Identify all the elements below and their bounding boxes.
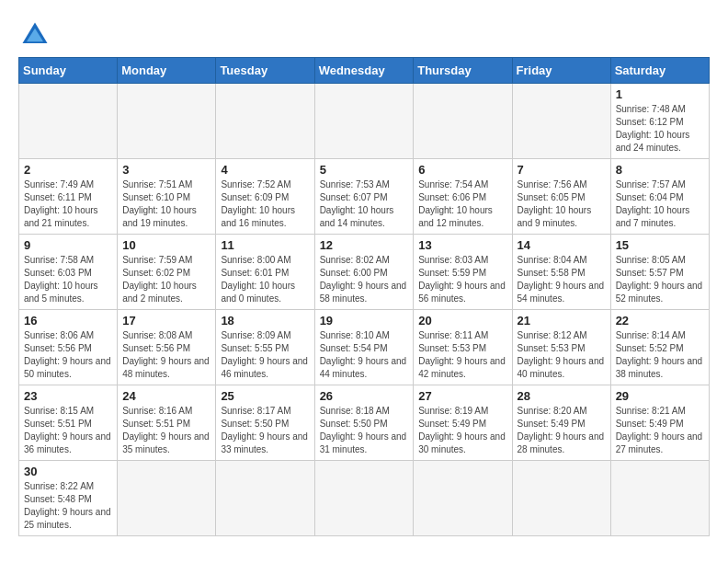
- day-number: 11: [221, 238, 309, 252]
- day-info: Sunrise: 8:02 AMSunset: 6:00 PMDaylight:…: [320, 254, 409, 305]
- day-number: 22: [616, 314, 704, 327]
- weekday-header-thursday: Thursday: [414, 58, 512, 84]
- logo-icon: [18, 18, 51, 52]
- day-number: 20: [418, 314, 506, 327]
- day-number: 8: [616, 163, 704, 177]
- day-number: 15: [616, 238, 704, 252]
- day-number: 12: [320, 238, 409, 252]
- calendar-cell: 25Sunrise: 8:17 AMSunset: 5:50 PMDayligh…: [216, 385, 314, 461]
- day-number: 14: [518, 238, 606, 252]
- day-info: Sunrise: 7:51 AMSunset: 6:10 PMDaylight:…: [122, 178, 210, 230]
- calendar-cell: [314, 461, 414, 536]
- day-number: 25: [221, 389, 309, 403]
- week-row-5: 23Sunrise: 8:15 AMSunset: 5:51 PMDayligh…: [19, 385, 710, 461]
- calendar-cell: 14Sunrise: 8:04 AMSunset: 5:58 PMDayligh…: [512, 235, 610, 310]
- day-info: Sunrise: 8:08 AMSunset: 5:56 PMDaylight:…: [122, 329, 210, 381]
- calendar-cell: [216, 84, 314, 159]
- calendar-cell: 7Sunrise: 7:56 AMSunset: 6:05 PMDaylight…: [512, 159, 610, 235]
- calendar-cell: 13Sunrise: 8:03 AMSunset: 5:59 PMDayligh…: [414, 235, 512, 310]
- day-number: 28: [518, 389, 606, 403]
- day-number: 27: [418, 389, 506, 403]
- calendar-cell: 1Sunrise: 7:48 AMSunset: 6:12 PMDaylight…: [610, 84, 709, 159]
- calendar-cell: 26Sunrise: 8:18 AMSunset: 5:50 PMDayligh…: [314, 385, 414, 461]
- calendar-cell: 17Sunrise: 8:08 AMSunset: 5:56 PMDayligh…: [118, 310, 216, 385]
- day-info: Sunrise: 7:56 AMSunset: 6:05 PMDaylight:…: [518, 178, 606, 230]
- weekday-header-wednesday: Wednesday: [314, 58, 414, 84]
- calendar-cell: 5Sunrise: 7:53 AMSunset: 6:07 PMDaylight…: [314, 159, 414, 235]
- calendar-cell: 22Sunrise: 8:14 AMSunset: 5:52 PMDayligh…: [610, 310, 709, 385]
- week-row-3: 9Sunrise: 7:58 AMSunset: 6:03 PMDaylight…: [19, 235, 710, 310]
- weekday-header-row: SundayMondayTuesdayWednesdayThursdayFrid…: [19, 58, 710, 84]
- calendar-cell: [512, 84, 610, 159]
- day-info: Sunrise: 8:20 AMSunset: 5:49 PMDaylight:…: [518, 405, 606, 456]
- calendar-cell: 9Sunrise: 7:58 AMSunset: 6:03 PMDaylight…: [19, 235, 118, 310]
- day-info: Sunrise: 7:53 AMSunset: 6:07 PMDaylight:…: [320, 178, 409, 230]
- calendar-cell: [216, 461, 314, 536]
- day-info: Sunrise: 8:11 AMSunset: 5:53 PMDaylight:…: [418, 329, 506, 381]
- week-row-1: 1Sunrise: 7:48 AMSunset: 6:12 PMDaylight…: [19, 84, 710, 159]
- weekday-header-sunday: Sunday: [19, 58, 118, 84]
- calendar-cell: [118, 461, 216, 536]
- day-number: 17: [122, 314, 210, 327]
- day-info: Sunrise: 7:59 AMSunset: 6:02 PMDaylight:…: [122, 254, 210, 305]
- day-number: 13: [418, 238, 506, 252]
- calendar-cell: 20Sunrise: 8:11 AMSunset: 5:53 PMDayligh…: [414, 310, 512, 385]
- calendar-cell: 19Sunrise: 8:10 AMSunset: 5:54 PMDayligh…: [314, 310, 414, 385]
- week-row-2: 2Sunrise: 7:49 AMSunset: 6:11 PMDaylight…: [19, 159, 710, 235]
- calendar-cell: 4Sunrise: 7:52 AMSunset: 6:09 PMDaylight…: [216, 159, 314, 235]
- day-number: 23: [24, 389, 112, 403]
- day-number: 9: [24, 238, 112, 252]
- day-number: 5: [320, 163, 409, 177]
- day-info: Sunrise: 7:57 AMSunset: 6:04 PMDaylight:…: [616, 178, 704, 230]
- day-info: Sunrise: 8:12 AMSunset: 5:53 PMDaylight:…: [518, 329, 606, 381]
- calendar-cell: 18Sunrise: 8:09 AMSunset: 5:55 PMDayligh…: [216, 310, 314, 385]
- day-number: 1: [616, 87, 704, 101]
- day-number: 7: [518, 163, 606, 177]
- calendar-cell: 11Sunrise: 8:00 AMSunset: 6:01 PMDayligh…: [216, 235, 314, 310]
- day-info: Sunrise: 8:21 AMSunset: 5:49 PMDaylight:…: [616, 405, 704, 456]
- day-info: Sunrise: 8:18 AMSunset: 5:50 PMDaylight:…: [320, 405, 409, 456]
- day-number: 3: [122, 163, 210, 177]
- day-info: Sunrise: 8:00 AMSunset: 6:01 PMDaylight:…: [221, 254, 309, 305]
- calendar-cell: 30Sunrise: 8:22 AMSunset: 5:48 PMDayligh…: [19, 461, 118, 536]
- day-number: 26: [320, 389, 409, 403]
- calendar-cell: [414, 461, 512, 536]
- day-info: Sunrise: 8:15 AMSunset: 5:51 PMDaylight:…: [24, 405, 112, 456]
- day-number: 21: [518, 314, 606, 327]
- day-info: Sunrise: 8:05 AMSunset: 5:57 PMDaylight:…: [616, 254, 704, 305]
- weekday-header-monday: Monday: [118, 58, 216, 84]
- calendar-cell: 24Sunrise: 8:16 AMSunset: 5:51 PMDayligh…: [118, 385, 216, 461]
- day-info: Sunrise: 8:06 AMSunset: 5:56 PMDaylight:…: [24, 329, 112, 381]
- day-info: Sunrise: 8:03 AMSunset: 5:59 PMDaylight:…: [418, 254, 506, 305]
- calendar-cell: [19, 84, 118, 159]
- day-number: 29: [616, 389, 704, 403]
- calendar-cell: 28Sunrise: 8:20 AMSunset: 5:49 PMDayligh…: [512, 385, 610, 461]
- day-number: 18: [221, 314, 309, 327]
- day-info: Sunrise: 8:10 AMSunset: 5:54 PMDaylight:…: [320, 329, 409, 381]
- calendar: SundayMondayTuesdayWednesdayThursdayFrid…: [18, 57, 710, 536]
- day-number: 2: [24, 163, 112, 177]
- calendar-cell: 8Sunrise: 7:57 AMSunset: 6:04 PMDaylight…: [610, 159, 709, 235]
- day-number: 4: [221, 163, 309, 177]
- calendar-cell: 12Sunrise: 8:02 AMSunset: 6:00 PMDayligh…: [314, 235, 414, 310]
- day-info: Sunrise: 7:49 AMSunset: 6:11 PMDaylight:…: [24, 178, 112, 230]
- calendar-cell: [610, 461, 709, 536]
- calendar-cell: 6Sunrise: 7:54 AMSunset: 6:06 PMDaylight…: [414, 159, 512, 235]
- calendar-cell: [414, 84, 512, 159]
- day-info: Sunrise: 7:52 AMSunset: 6:09 PMDaylight:…: [221, 178, 309, 230]
- weekday-header-friday: Friday: [512, 58, 610, 84]
- calendar-cell: 15Sunrise: 8:05 AMSunset: 5:57 PMDayligh…: [610, 235, 709, 310]
- day-info: Sunrise: 7:58 AMSunset: 6:03 PMDaylight:…: [24, 254, 112, 305]
- day-number: 10: [122, 238, 210, 252]
- weekday-header-saturday: Saturday: [610, 58, 709, 84]
- day-info: Sunrise: 8:17 AMSunset: 5:50 PMDaylight:…: [221, 405, 309, 456]
- day-info: Sunrise: 8:04 AMSunset: 5:58 PMDaylight:…: [518, 254, 606, 305]
- week-row-4: 16Sunrise: 8:06 AMSunset: 5:56 PMDayligh…: [19, 310, 710, 385]
- day-info: Sunrise: 7:48 AMSunset: 6:12 PMDaylight:…: [616, 103, 704, 155]
- calendar-cell: 2Sunrise: 7:49 AMSunset: 6:11 PMDaylight…: [19, 159, 118, 235]
- day-info: Sunrise: 8:14 AMSunset: 5:52 PMDaylight:…: [616, 329, 704, 381]
- day-number: 19: [320, 314, 409, 327]
- day-info: Sunrise: 8:16 AMSunset: 5:51 PMDaylight:…: [122, 405, 210, 456]
- calendar-cell: 16Sunrise: 8:06 AMSunset: 5:56 PMDayligh…: [19, 310, 118, 385]
- day-info: Sunrise: 8:22 AMSunset: 5:48 PMDaylight:…: [24, 480, 112, 532]
